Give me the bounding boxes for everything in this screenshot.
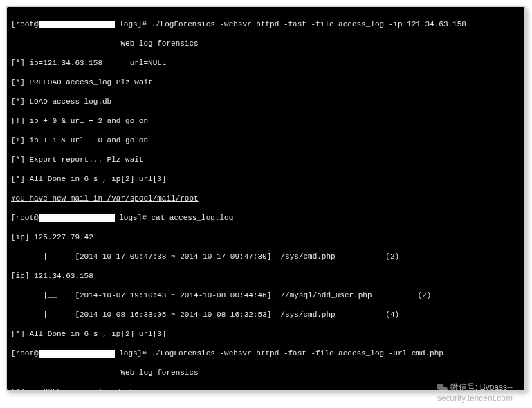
mail-notice: You have new mail in /var/spool/mail/roo… (11, 194, 520, 203)
prompt-line-2: [root@ logs]# cat access_log.log (11, 213, 520, 223)
prompt-path: logs]# (119, 349, 147, 358)
prompt-line-3: [root@ logs]# ./LogForensics -websvr htt… (11, 349, 520, 358)
watermark: 微信号: Bypass-- security.tencent.com (437, 382, 513, 404)
log-row: |__ [2014-10-08 16:33:05 ~ 2014-10-08 16… (11, 310, 520, 319)
prompt-path: logs]# (119, 214, 147, 222)
terminal-window[interactable]: [root@ logs]# ./LogForensics -websvr htt… (6, 6, 526, 391)
output-line: [*] All Done in 6 s , ip[2] url[3] (11, 329, 520, 339)
output-line: [*] All Done in 6 s , ip[2] url[3] (11, 174, 520, 184)
log-row: |__ [2014-10-07 19:10:43 ~ 2014-10-08 00… (11, 290, 520, 300)
command-2: cat access_log.log (151, 214, 233, 222)
log-row: |__ [2014-10-17 09:47:38 ~ 2014-10-17 09… (11, 252, 520, 261)
output-line: [*] Export report... Plz wait (11, 155, 520, 165)
redacted-host (39, 21, 115, 28)
watermark-bottom: security.tencent.com (437, 393, 513, 404)
redacted-host (39, 214, 115, 222)
banner-line: Web log forensics (11, 368, 520, 378)
watermark-name: Bypass-- (480, 382, 513, 392)
output-line: [*] ip=121.34.63.158 url=NULL (11, 58, 520, 68)
output-line: [!] ip + 0 & url + 2 and go on (11, 116, 520, 126)
ip-header: [ip] 125.227.79.42 (11, 232, 520, 242)
command-3: ./LogForensics -websvr httpd -fast -file… (151, 349, 443, 358)
prompt-user: root@ (16, 349, 39, 358)
ip-header: [ip] 121.34.63.158 (11, 271, 520, 281)
output-line: [*] PRELOAD access_log Plz wait (11, 77, 520, 87)
watermark-top: 微信号: Bypass-- (437, 382, 513, 393)
prompt-line-1: [root@ logs]# ./LogForensics -websvr htt… (11, 19, 520, 29)
redacted-host (39, 350, 115, 358)
wechat-icon (437, 383, 448, 393)
svg-point-1 (441, 387, 448, 392)
watermark-label: 微信号: (450, 382, 480, 392)
banner-line: Web log forensics (11, 39, 520, 48)
output-line: [!] ip + 1 & url + 0 and go on (11, 136, 520, 145)
prompt-path: logs]# (119, 20, 147, 28)
prompt-user: root@ (16, 20, 39, 28)
prompt-user: root@ (16, 214, 39, 222)
command-1: ./LogForensics -websvr httpd -fast -file… (151, 20, 466, 28)
output-line: [*] LOAD access_log.db (11, 97, 520, 106)
